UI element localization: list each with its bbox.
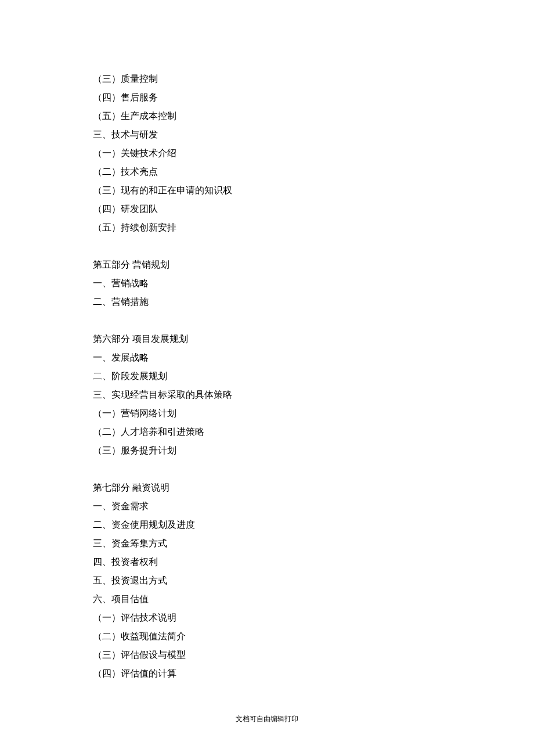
outline-item: （二）收益现值法简介	[93, 627, 441, 646]
section-heading: 第七部分 融资说明	[93, 478, 441, 497]
document-content: （三）质量控制 （四）售后服务 （五）生产成本控制 三、技术与研发 （一）关键技…	[93, 70, 441, 683]
outline-item: 四、投资者权利	[93, 553, 441, 571]
page-footer: 文档可自由编辑打印	[0, 714, 534, 724]
outline-item: （三）评估假设与模型	[93, 646, 441, 664]
outline-item: 一、资金需求	[93, 497, 441, 516]
outline-item: （五）生产成本控制	[93, 107, 441, 125]
outline-item: 三、实现经营目标采取的具体策略	[93, 386, 441, 404]
section-heading: 第六部分 项目发展规划	[93, 330, 441, 348]
outline-item: （一）营销网络计划	[93, 404, 441, 423]
section-heading: 第五部分 营销规划	[93, 255, 441, 274]
outline-item: （五）持续创新安排	[93, 218, 441, 237]
outline-item: （二）技术亮点	[93, 163, 441, 181]
outline-item: 六、项目估值	[93, 590, 441, 609]
outline-item: 二、营销措施	[93, 293, 441, 311]
outline-item: （三）服务提升计划	[93, 441, 441, 460]
outline-item: 二、资金使用规划及进度	[93, 516, 441, 534]
outline-item: 五、投资退出方式	[93, 571, 441, 590]
outline-item: （四）研发团队	[93, 200, 441, 218]
outline-item: 三、资金筹集方式	[93, 534, 441, 553]
outline-item: （一）评估技术说明	[93, 609, 441, 627]
outline-item: （二）人才培养和引进策略	[93, 423, 441, 441]
outline-item: 二、阶段发展规划	[93, 367, 441, 386]
outline-item: （四）评估值的计算	[93, 664, 441, 683]
blank-line	[93, 311, 441, 330]
blank-line	[93, 460, 441, 478]
blank-line	[93, 237, 441, 255]
outline-item: （四）售后服务	[93, 88, 441, 107]
outline-item: 一、发展战略	[93, 348, 441, 367]
outline-item: （三）现有的和正在申请的知识权	[93, 181, 441, 200]
outline-item: （三）质量控制	[93, 70, 441, 88]
outline-item: 一、营销战略	[93, 274, 441, 293]
outline-item: 三、技术与研发	[93, 125, 441, 144]
outline-item: （一）关键技术介绍	[93, 144, 441, 163]
